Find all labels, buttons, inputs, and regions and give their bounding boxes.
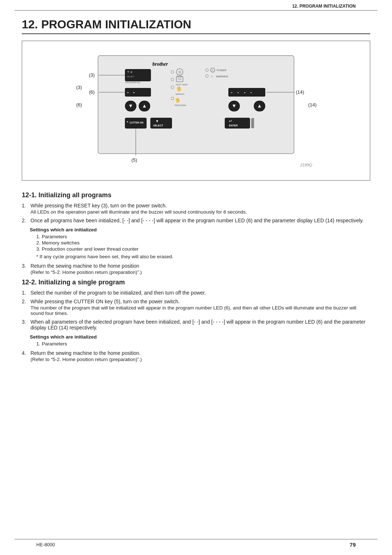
svg-text:- - - -: - - - -	[231, 90, 254, 95]
svg-text://: //	[131, 71, 132, 73]
section1-step3-list: 3. Return the sewing machine to the home…	[22, 263, 370, 275]
step1-sub: All LEDs on the operation panel will ill…	[30, 209, 370, 215]
svg-text:TEST FEED: TEST FEED	[176, 84, 188, 86]
svg-text:↵: ↵	[229, 119, 232, 123]
svg-text:⚙: ⚙	[178, 70, 181, 74]
svg-text:- -: - -	[127, 89, 136, 95]
svg-text:brother: brother	[152, 61, 168, 67]
step-num: 1.	[22, 203, 28, 208]
section2-title: 12-2. Initializing a single program	[22, 279, 370, 286]
svg-text:(6): (6)	[89, 89, 95, 95]
step3-sub: (Refer to “5-2. Home position return (pr…	[30, 270, 370, 275]
section2-step3: 3. When all parameters of the selected p…	[22, 319, 370, 331]
svg-text:▼: ▼	[232, 103, 237, 109]
section2-step4-list: 4. Return the sewing machine to the home…	[22, 350, 370, 362]
step3-main: Return the sewing machine to the home po…	[30, 263, 370, 269]
settings-item: 1. Parameters	[36, 341, 370, 347]
footer-page: 79	[350, 542, 356, 548]
section1-title: 12-1. Initializing all programs	[22, 191, 370, 199]
svg-text:▲: ▲	[142, 103, 147, 109]
step3-main: When all parameters of the selected prog…	[30, 319, 370, 331]
svg-text:(5): (5)	[131, 157, 137, 163]
section1-asterisk: * If any cycle programs have been set, t…	[36, 254, 370, 259]
svg-text:POWER: POWER	[217, 69, 226, 72]
section1-settings-header: Settings which are initialized	[30, 227, 370, 232]
section2-step1: 1. Select the number of the program to b…	[22, 290, 370, 296]
panel-svg-wrapper: (3) (6) (14) brother ⊤ // RESET PROGRAM …	[69, 48, 323, 169]
step2-main: While pressing the CUTTER ON key (5), tu…	[30, 299, 370, 304]
section2-step2: 2. While pressing the CUTTER ON key (5),…	[22, 299, 370, 316]
svg-text:(14): (14)	[296, 89, 304, 95]
svg-text:WARNING: WARNING	[216, 75, 228, 78]
svg-text:⊤: ⊤	[127, 71, 129, 73]
callout-6: (6)	[76, 102, 82, 108]
section2-steps: 1. Select the number of the program to b…	[22, 290, 370, 331]
footer-model: HE-8000	[36, 542, 55, 547]
step-num: 1.	[22, 290, 28, 296]
svg-text:MANUAL: MANUAL	[176, 93, 185, 95]
svg-text:CUTTER ON: CUTTER ON	[130, 121, 143, 124]
chapter-title: 12. PROGRAM INITIALIZATION	[22, 18, 370, 34]
svg-text:PROGRAM: PROGRAM	[175, 104, 186, 106]
panel-svg: brother ⊤ // RESET PROGRAM NO. ⚙ AUTO ① …	[69, 48, 323, 168]
svg-text:🖐: 🖐	[176, 86, 182, 92]
section2-settings-list: 1. Parameters	[36, 341, 370, 347]
section1-step2: 2. Once all programs have been initializ…	[22, 218, 370, 223]
svg-text:ENTER: ENTER	[229, 124, 238, 127]
section1-step1: 1. While pressing the RESET key (3), tur…	[22, 203, 370, 215]
step4-sub: (Refer to “5-2. Home position return (pr…	[30, 357, 370, 362]
callout-3: (3)	[76, 85, 82, 90]
section2-settings-header: Settings which are initialized	[30, 334, 370, 340]
step-num: 2.	[22, 218, 28, 223]
step-num: 3.	[22, 263, 28, 269]
diagram-ref: 2189Q	[300, 163, 312, 167]
settings-item: 2. Memory switches	[36, 240, 370, 246]
step-num: 2.	[22, 299, 28, 304]
page-header: 12. PROGRAM INITIALIZATION	[15, 0, 377, 11]
step1-main: While pressing the RESET key (3), turn o…	[30, 203, 370, 208]
section1-settings-list: 1. Parameters 2. Memory switches 3. Prod…	[36, 234, 370, 252]
svg-rect-50	[251, 118, 254, 128]
section1-steps: 1. While pressing the RESET key (3), tur…	[22, 203, 370, 223]
svg-text:🖐: 🖐	[175, 97, 180, 103]
svg-text:▼: ▼	[155, 119, 159, 123]
svg-text:(3): (3)	[89, 72, 95, 78]
section1-step3: 3. Return the sewing machine to the home…	[22, 263, 370, 275]
step-num: 4.	[22, 350, 28, 356]
step2-main: Once all programs have been initialized,…	[30, 218, 370, 223]
svg-text:●: ●	[127, 120, 128, 123]
step2-sub: The number of the program that will be i…	[30, 305, 370, 316]
svg-text:⚠: ⚠	[211, 75, 213, 78]
step4-main: Return the sewing machine to the home po…	[30, 350, 370, 356]
svg-text:①: ①	[211, 69, 214, 72]
svg-text:RESET: RESET	[127, 76, 134, 78]
page-footer: HE-8000 79	[15, 539, 377, 548]
settings-item: 3. Production counter and lower thread c…	[36, 246, 370, 252]
header-chapter: 12. PROGRAM INITIALIZATION	[292, 4, 356, 9]
svg-text:SELECT: SELECT	[153, 124, 163, 127]
svg-text:▼: ▼	[128, 103, 133, 109]
callout-14: (14)	[308, 102, 317, 108]
section2-step4: 4. Return the sewing machine to the home…	[22, 350, 370, 362]
step1-main: Select the number of the program to be i…	[30, 290, 370, 296]
settings-item: 1. Parameters	[36, 234, 370, 239]
panel-diagram: (3) (6) (14) brother ⊤ // RESET PROGRAM …	[22, 41, 370, 181]
svg-text:▲: ▲	[257, 103, 262, 109]
svg-text:PROGRAM NO.: PROGRAM NO.	[125, 81, 141, 84]
step-num: 3.	[22, 319, 28, 325]
svg-text:AUTO: AUTO	[176, 75, 183, 77]
